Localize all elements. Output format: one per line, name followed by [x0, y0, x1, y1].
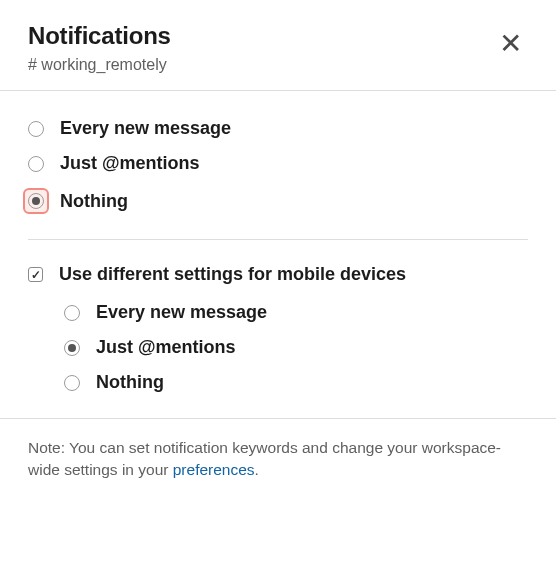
mobile-checkbox-row: Use different settings for mobile device…	[28, 260, 528, 295]
option-row: Every new message	[28, 111, 528, 146]
mobile-radio-just-mentions[interactable]	[64, 340, 80, 356]
option-label[interactable]: Just @mentions	[96, 337, 236, 358]
option-row: Just @mentions	[28, 146, 528, 181]
option-row: Just @mentions	[64, 330, 528, 365]
mobile-settings-checkbox[interactable]	[28, 267, 43, 282]
close-icon: ✕	[499, 28, 522, 59]
preferences-link[interactable]: preferences	[173, 461, 255, 478]
highlight-box	[23, 188, 49, 214]
option-label[interactable]: Nothing	[96, 372, 164, 393]
footer-note: Note: You can set notification keywords …	[0, 419, 556, 504]
channel-label: working_remotely	[41, 56, 166, 73]
header-text: Notifications # working_remotely	[28, 22, 171, 74]
option-row: Nothing	[64, 365, 528, 400]
radio-every-new-message[interactable]	[28, 121, 44, 137]
option-row: Every new message	[64, 295, 528, 330]
channel-name: # working_remotely	[28, 56, 171, 74]
dialog-title: Notifications	[28, 22, 171, 50]
channel-prefix: #	[28, 56, 41, 73]
option-label[interactable]: Nothing	[60, 191, 128, 212]
footer-text-suffix: .	[255, 461, 259, 478]
desktop-notification-section: Every new message Just @mentions Nothing	[0, 91, 556, 239]
option-label[interactable]: Every new message	[96, 302, 267, 323]
mobile-checkbox-label[interactable]: Use different settings for mobile device…	[59, 264, 406, 285]
dialog-header: Notifications # working_remotely ✕	[0, 0, 556, 90]
mobile-notification-section: Use different settings for mobile device…	[0, 240, 556, 418]
footer-text-prefix: Note: You can set notification keywords …	[28, 439, 501, 478]
radio-just-mentions[interactable]	[28, 156, 44, 172]
option-label[interactable]: Every new message	[60, 118, 231, 139]
option-label[interactable]: Just @mentions	[60, 153, 200, 174]
mobile-sub-options: Every new message Just @mentions Nothing	[28, 295, 528, 400]
mobile-radio-nothing[interactable]	[64, 375, 80, 391]
close-button[interactable]: ✕	[499, 22, 528, 58]
radio-nothing[interactable]	[28, 193, 44, 209]
mobile-radio-every-new-message[interactable]	[64, 305, 80, 321]
option-row: Nothing	[28, 181, 528, 221]
